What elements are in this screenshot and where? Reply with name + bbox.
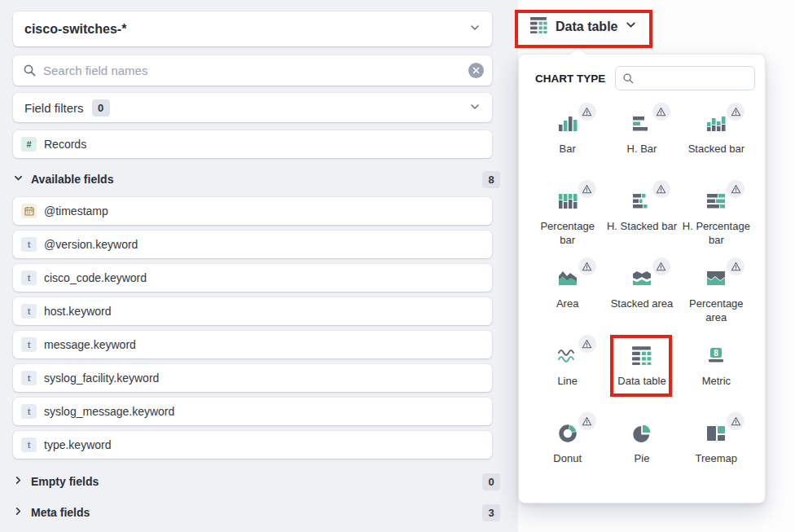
warning-badge-icon (578, 335, 596, 353)
field-name: syslog_facility.keyword (44, 372, 159, 385)
warning-badge-icon (578, 180, 596, 198)
records-label: Records (44, 138, 86, 151)
chart-type-treemap[interactable]: Treemap (679, 413, 753, 490)
string-field-icon: t (21, 437, 37, 452)
data-table-icon (631, 345, 652, 365)
field-item-host-keyword[interactable]: t host.keyword (13, 297, 492, 325)
chart-type-percentage-area[interactable]: Percentage area (679, 258, 753, 336)
data-table-icon (529, 16, 548, 37)
warning-badge-icon (727, 412, 744, 430)
metric-chart-icon: 8 (705, 345, 727, 367)
string-field-icon: t (21, 404, 37, 419)
chart-type-pie[interactable]: Pie (604, 413, 679, 490)
field-item-message-keyword[interactable]: t message.keyword (13, 331, 492, 358)
chart-type-label: Metric (679, 375, 753, 389)
warning-badge-icon (578, 412, 596, 430)
line-chart-icon (557, 345, 578, 367)
search-icon (23, 64, 37, 77)
horizontal-bar-chart-icon (631, 113, 652, 134)
field-filters-count-badge: 0 (92, 99, 110, 117)
meta-fields-header[interactable]: Meta fields 3 (13, 502, 492, 523)
horizontal-stacked-bar-chart-icon (631, 191, 652, 212)
chart-type-label: Line (530, 375, 604, 389)
number-field-icon: # (21, 137, 37, 152)
available-fields-header[interactable]: Available fields 8 (13, 169, 492, 190)
field-name: @timestamp (44, 204, 108, 218)
chart-type-label: Percentage bar (530, 220, 604, 248)
chevron-right-icon (13, 506, 24, 519)
empty-fields-header[interactable]: Empty fields 0 (13, 471, 492, 492)
horizontal-percentage-bar-chart-icon (705, 191, 727, 212)
available-fields-count-badge: 8 (482, 171, 500, 188)
chart-type-percentage-bar[interactable]: Percentage bar (530, 181, 604, 258)
chart-type-h-bar[interactable]: H. Bar (604, 103, 679, 181)
field-name: message.keyword (44, 338, 136, 351)
chart-type-label: Stacked bar (679, 143, 753, 156)
empty-fields-count-badge: 0 (482, 473, 500, 490)
field-item-timestamp[interactable]: @timestamp (13, 197, 492, 225)
svg-text:8: 8 (714, 349, 719, 358)
field-search (13, 55, 492, 86)
meta-fields-label: Meta fields (31, 506, 90, 519)
area-chart-icon (557, 268, 578, 289)
warning-badge-icon (578, 257, 596, 275)
date-field-icon (21, 204, 37, 218)
chevron-down-icon (13, 173, 24, 186)
search-icon (622, 73, 635, 85)
chevron-down-icon (625, 19, 637, 34)
field-item-syslog-message-keyword[interactable]: t syslog_message.keyword (13, 398, 492, 425)
chart-switch-label: Data table (556, 20, 617, 34)
chart-type-search-input[interactable] (639, 73, 748, 85)
warning-badge-icon (578, 103, 596, 121)
field-filters-label: Field filters (24, 101, 84, 115)
warning-badge-icon (727, 180, 744, 198)
chart-type-grid: Bar H. Bar (519, 95, 765, 490)
chart-type-donut[interactable]: Donut (530, 413, 604, 490)
field-filters-toggle[interactable]: Field filters 0 (13, 93, 492, 122)
stacked-area-chart-icon (631, 268, 652, 289)
chart-type-stacked-area[interactable]: Stacked area (604, 258, 679, 336)
chart-type-metric[interactable]: 8 Metric (679, 336, 753, 413)
chart-type-label: Stacked area (604, 297, 679, 311)
warning-badge-icon (652, 103, 670, 121)
field-item-cisco-code-keyword[interactable]: t cisco_code.keyword (13, 264, 492, 292)
chart-type-title: CHART TYPE (535, 73, 605, 85)
percentage-bar-chart-icon (557, 191, 578, 212)
chart-type-label: Bar (530, 143, 604, 156)
chevron-right-icon (13, 475, 24, 488)
chart-type-search (615, 66, 755, 90)
warning-badge-icon (727, 257, 744, 275)
warning-badge-icon (727, 103, 744, 121)
meta-fields-count-badge: 3 (482, 504, 500, 521)
records-field[interactable]: # Records (13, 130, 492, 158)
field-name: cisco_code.keyword (44, 271, 147, 284)
clear-search-button[interactable] (468, 63, 484, 78)
search-input[interactable] (43, 55, 468, 86)
lens-editor: cisco-switches-* Field filters 0 # Recor… (0, 0, 795, 532)
data-view-selector[interactable]: cisco-switches-* (13, 11, 492, 46)
chart-switch-button[interactable]: Data table (529, 16, 637, 37)
field-name: @version.keyword (44, 238, 138, 251)
field-item-version-keyword[interactable]: t @version.keyword (13, 231, 492, 258)
chart-type-h-stacked-bar[interactable]: H. Stacked bar (604, 181, 679, 258)
field-item-type-keyword[interactable]: t type.keyword (13, 431, 492, 459)
field-item-syslog-facility-keyword[interactable]: t syslog_facility.keyword (13, 364, 492, 392)
chart-type-h-percentage-bar[interactable]: H. Percentage bar (679, 181, 753, 258)
chevron-down-icon (469, 22, 481, 37)
chart-type-line[interactable]: Line (530, 336, 604, 413)
donut-chart-icon (557, 423, 578, 444)
chart-type-label: Pie (604, 452, 679, 466)
chart-type-bar[interactable]: Bar (530, 103, 604, 181)
data-view-name: cisco-switches-* (24, 22, 126, 37)
chart-type-area[interactable]: Area (530, 258, 604, 336)
chart-type-data-table[interactable]: Data table (604, 336, 679, 413)
chevron-down-icon (469, 101, 481, 115)
chart-type-label: Treemap (679, 452, 753, 466)
pie-chart-icon (631, 423, 652, 444)
chart-type-label: H. Bar (604, 143, 679, 156)
string-field-icon: t (21, 304, 37, 319)
string-field-icon: t (21, 371, 37, 385)
chart-type-stacked-bar[interactable]: Stacked bar (679, 103, 753, 181)
field-name: syslog_message.keyword (44, 405, 174, 418)
string-field-icon: t (21, 270, 37, 285)
